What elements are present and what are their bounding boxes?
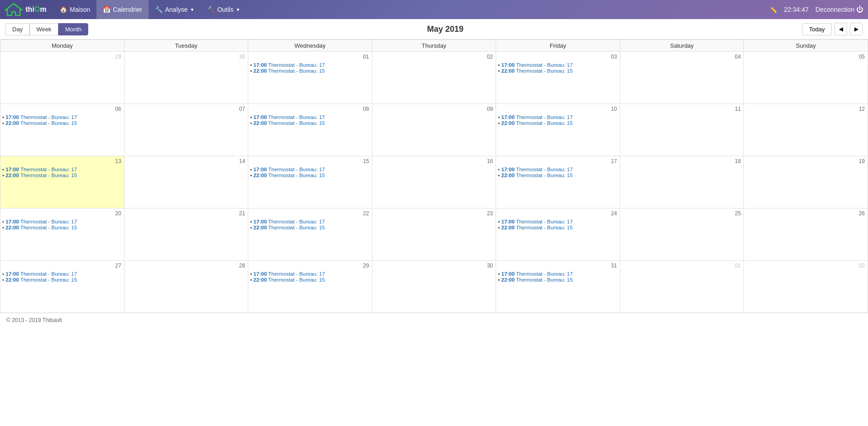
- calendar-day-cell[interactable]: 27• 17:00 Thermostat - Bureau: 17• 22:00…: [0, 261, 125, 313]
- day-number: 02: [746, 262, 866, 271]
- calendar-day-cell[interactable]: 05: [744, 52, 868, 104]
- event-desc: Thermostat - Bureau: 15: [516, 173, 573, 178]
- calendar-event[interactable]: • 17:00 Thermostat - Bureau: 17: [498, 114, 618, 120]
- prev-button[interactable]: ◀: [834, 23, 847, 35]
- calendar-day-cell[interactable]: 01: [620, 261, 744, 313]
- calendar-event[interactable]: • 17:00 Thermostat - Bureau: 17: [250, 219, 370, 224]
- home-icon: 🏠: [60, 6, 67, 13]
- nav-item-calendrier[interactable]: 📅 Calendrier: [96, 0, 149, 19]
- nav-item-outils[interactable]: 🔨 Outils ▼: [201, 0, 247, 19]
- calendar-day-cell[interactable]: 10• 17:00 Thermostat - Bureau: 17• 22:00…: [496, 104, 620, 156]
- navbar-right: ✏️ 22:34:47 Deconnection ⏻: [770, 5, 863, 14]
- calendar-day-cell[interactable]: 14: [124, 156, 248, 208]
- event-time: 22:00: [501, 120, 514, 126]
- calendar-day-cell[interactable]: 11: [620, 104, 744, 156]
- calendar-event[interactable]: • 22:00 Thermostat - Bureau: 15: [498, 173, 618, 178]
- pencil-icon[interactable]: ✏️: [770, 6, 777, 13]
- calendar-day-cell[interactable]: 26: [744, 208, 868, 261]
- event-time: 22:00: [253, 120, 266, 126]
- calendar-day-cell[interactable]: 02: [744, 261, 868, 313]
- event-time: 17:00: [5, 219, 19, 224]
- event-desc: Thermostat - Bureau: 17: [268, 167, 325, 172]
- day-number: 11: [622, 105, 742, 114]
- calendar-day-cell[interactable]: 30: [124, 52, 248, 104]
- day-number: 01: [622, 262, 742, 271]
- calendar-day-cell[interactable]: 31• 17:00 Thermostat - Bureau: 17• 22:00…: [496, 261, 620, 313]
- calendar-event[interactable]: • 17:00 Thermostat - Bureau: 17: [498, 62, 618, 68]
- calendar-day-cell[interactable]: 22• 17:00 Thermostat - Bureau: 17• 22:00…: [248, 208, 372, 261]
- nav-item-maison[interactable]: 🏠 Maison: [53, 0, 96, 19]
- calendar-day-cell[interactable]: 15• 17:00 Thermostat - Bureau: 17• 22:00…: [248, 156, 372, 208]
- calendar-event[interactable]: • 22:00 Thermostat - Bureau: 15: [250, 173, 370, 178]
- event-time: 17:00: [253, 62, 266, 68]
- next-button[interactable]: ▶: [850, 23, 863, 35]
- day-number: 25: [622, 209, 742, 218]
- calendar-day-cell[interactable]: 29: [0, 52, 125, 104]
- calendar-day-cell[interactable]: 08• 17:00 Thermostat - Bureau: 17• 22:00…: [248, 104, 372, 156]
- calendar-week-row: 06• 17:00 Thermostat - Bureau: 17• 22:00…: [0, 104, 868, 156]
- event-desc: Thermostat - Bureau: 15: [268, 173, 325, 178]
- event-time: 17:00: [253, 114, 266, 120]
- brand[interactable]: thiOm: [5, 3, 46, 16]
- calendar-day-cell[interactable]: 29• 17:00 Thermostat - Bureau: 17• 22:00…: [248, 261, 372, 313]
- calendar-event[interactable]: • 17:00 Thermostat - Bureau: 17: [250, 167, 370, 172]
- calendar-event[interactable]: • 17:00 Thermostat - Bureau: 17: [250, 271, 370, 277]
- calendar-event[interactable]: • 17:00 Thermostat - Bureau: 17: [498, 271, 618, 277]
- calendar-day-cell[interactable]: 19: [744, 156, 868, 208]
- calendar-event[interactable]: • 22:00 Thermostat - Bureau: 15: [498, 277, 618, 282]
- deconnect-icon: ⏻: [856, 5, 863, 13]
- calendar-day-cell[interactable]: 28: [124, 261, 248, 313]
- view-month-button[interactable]: Month: [58, 23, 88, 35]
- nav-item-analyse[interactable]: 🔧 Analyse ▼: [149, 0, 201, 19]
- calendar-day-cell[interactable]: 18: [620, 156, 744, 208]
- calendar-day-cell[interactable]: 12: [744, 104, 868, 156]
- calendar-event[interactable]: • 17:00 Thermostat - Bureau: 17: [498, 167, 618, 172]
- calendar-toolbar: Day Week Month May 2019 Today ◀ ▶: [0, 19, 868, 40]
- calendar-day-cell[interactable]: 17• 17:00 Thermostat - Bureau: 17• 22:00…: [496, 156, 620, 208]
- today-button[interactable]: Today: [802, 23, 832, 35]
- calendar-event[interactable]: • 22:00 Thermostat - Bureau: 15: [250, 225, 370, 230]
- nav-label-calendrier: Calendrier: [113, 6, 142, 13]
- col-header-friday: Friday: [496, 40, 620, 52]
- calendar-day-cell[interactable]: 24• 17:00 Thermostat - Bureau: 17• 22:00…: [496, 208, 620, 261]
- calendar-event[interactable]: • 22:00 Thermostat - Bureau: 15: [498, 120, 618, 126]
- view-week-button[interactable]: Week: [30, 23, 58, 35]
- calendar-day-cell[interactable]: 03• 17:00 Thermostat - Bureau: 17• 22:00…: [496, 52, 620, 104]
- calendar-event[interactable]: • 17:00 Thermostat - Bureau: 17: [498, 219, 618, 224]
- calendar-event[interactable]: • 17:00 Thermostat - Bureau: 17: [2, 167, 122, 172]
- calendar-event[interactable]: • 17:00 Thermostat - Bureau: 17: [250, 62, 370, 68]
- day-number: 05: [746, 53, 866, 62]
- event-desc: Thermostat - Bureau: 17: [20, 167, 77, 172]
- calendar-day-cell[interactable]: 09: [372, 104, 496, 156]
- calendar-event[interactable]: • 22:00 Thermostat - Bureau: 15: [250, 120, 370, 126]
- calendar-event[interactable]: • 17:00 Thermostat - Bureau: 17: [2, 219, 122, 224]
- calendar-event[interactable]: • 22:00 Thermostat - Bureau: 15: [2, 120, 122, 126]
- calendar-day-cell[interactable]: 25: [620, 208, 744, 261]
- calendar-day-cell[interactable]: 02: [372, 52, 496, 104]
- calendar-day-cell[interactable]: 20• 17:00 Thermostat - Bureau: 17• 22:00…: [0, 208, 125, 261]
- calendar-event[interactable]: • 22:00 Thermostat - Bureau: 15: [498, 225, 618, 230]
- calendar-event[interactable]: • 17:00 Thermostat - Bureau: 17: [2, 271, 122, 277]
- calendar-event[interactable]: • 17:00 Thermostat - Bureau: 17: [2, 114, 122, 120]
- calendar-day-cell[interactable]: 04: [620, 52, 744, 104]
- outils-icon: 🔨: [207, 6, 215, 13]
- event-time: 17:00: [253, 271, 266, 277]
- calendar-event[interactable]: • 22:00 Thermostat - Bureau: 15: [250, 277, 370, 282]
- calendar-event[interactable]: • 22:00 Thermostat - Bureau: 15: [2, 173, 122, 178]
- calendar-day-cell[interactable]: 21: [124, 208, 248, 261]
- calendar-day-cell[interactable]: 01• 17:00 Thermostat - Bureau: 17• 22:00…: [248, 52, 372, 104]
- view-day-button[interactable]: Day: [5, 23, 30, 35]
- calendar-day-cell[interactable]: 30: [372, 261, 496, 313]
- calendar-event[interactable]: • 22:00 Thermostat - Bureau: 15: [498, 68, 618, 74]
- calendar-day-cell[interactable]: 07: [124, 104, 248, 156]
- deconnect-button[interactable]: Deconnection ⏻: [815, 5, 863, 14]
- calendar-event[interactable]: • 22:00 Thermostat - Bureau: 15: [2, 277, 122, 282]
- calendar-event[interactable]: • 22:00 Thermostat - Bureau: 15: [2, 225, 122, 230]
- calendar-day-cell[interactable]: 23: [372, 208, 496, 261]
- calendar-event[interactable]: • 22:00 Thermostat - Bureau: 15: [250, 68, 370, 74]
- calendar-event[interactable]: • 17:00 Thermostat - Bureau: 17: [250, 114, 370, 120]
- calendar-day-cell[interactable]: 13• 17:00 Thermostat - Bureau: 17• 22:00…: [0, 156, 125, 208]
- calendar-day-cell[interactable]: 06• 17:00 Thermostat - Bureau: 17• 22:00…: [0, 104, 125, 156]
- calendar-day-cell[interactable]: 16: [372, 156, 496, 208]
- event-time: 17:00: [5, 167, 19, 172]
